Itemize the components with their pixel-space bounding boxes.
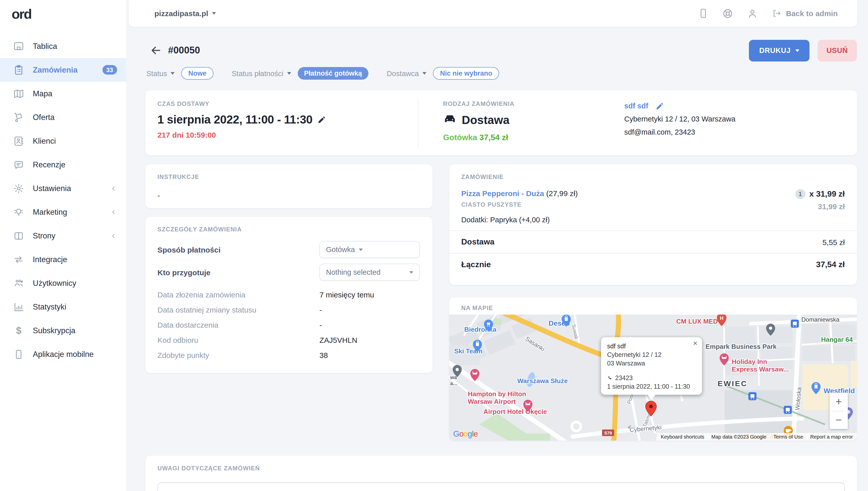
map-attribution: Keyboard shortcuts Map data ©2023 Google… <box>657 433 857 441</box>
sidebar-item-tablica[interactable]: Tablica <box>0 34 126 58</box>
sidebar-item-subskrypcja[interactable]: $ Subskrypcja <box>0 319 126 342</box>
status-dropdown[interactable]: Status <box>146 69 174 77</box>
map-label: Express Warsaw... <box>732 366 789 373</box>
detail-row-value: - <box>320 306 322 314</box>
app-logo: ord <box>11 6 31 22</box>
zoom-out-button[interactable]: − <box>830 411 848 429</box>
topbar: pizzadipasta.pl Back to admin <box>129 0 857 27</box>
payment-method-select[interactable]: Gotówka <box>320 241 420 258</box>
sidebar-item-zamowienia[interactable]: Zamówienia 33 <box>0 58 126 82</box>
infowindow-address2: 03 Warszawa <box>607 359 696 368</box>
delete-button[interactable]: USUŃ <box>817 39 857 61</box>
delivery-datetime: 1 sierpnia 2022, 11:00 - 11:30 <box>158 113 313 126</box>
sidebar-item-strony[interactable]: Strony <box>0 224 126 248</box>
print-button[interactable]: DRUKUJ <box>749 39 809 61</box>
sidebar-item-ustawienia[interactable]: Ustawienia <box>0 176 126 200</box>
notes-input[interactable] <box>158 483 845 491</box>
chevron-down-icon <box>409 271 413 273</box>
item-name-link[interactable]: Pizza Pepperoni - Duża <box>461 189 544 198</box>
sidebar-item-label: Integracje <box>33 255 67 264</box>
edit-datetime-icon[interactable] <box>318 115 326 124</box>
sidebar-item-mapa[interactable]: Mapa <box>0 82 126 105</box>
swap-arrows-icon <box>13 254 24 265</box>
item-variant: CIASTO PUSZYSTE <box>461 201 578 208</box>
back-arrow-button[interactable] <box>150 45 162 56</box>
sidebar-item-statystyki[interactable]: Statystyki <box>0 295 126 319</box>
item-qty-badge: 1 <box>795 189 805 199</box>
google-logo: Google <box>453 430 478 439</box>
keyboard-shortcuts-link[interactable]: Keyboard shortcuts <box>661 434 704 440</box>
google-map[interactable]: S79 Biedronka Ski Team Deseo CM LUX MED … <box>449 315 857 441</box>
back-to-admin-button[interactable]: Back to admin <box>772 8 838 18</box>
item-qty-price: x 31,99 zł <box>809 190 845 199</box>
divider <box>449 230 857 231</box>
sidebar-item-uzytkownicy[interactable]: Użytkownicy <box>0 271 126 295</box>
sidebar-item-oferta[interactable]: Oferta <box>0 105 126 129</box>
courier-value-pill[interactable]: Nic nie wybrano <box>433 67 499 80</box>
section-label: ZAMÓWIENIE <box>461 173 845 180</box>
map-zoom-control: + − <box>830 393 848 429</box>
terms-link[interactable]: Terms of Use <box>774 434 803 440</box>
orders-count-badge: 33 <box>102 65 117 75</box>
delivery-fee-label: Dostawa <box>461 237 494 247</box>
gear-icon <box>13 183 24 194</box>
section-label: RODZAJ ZAMÓWIENIA <box>443 100 515 107</box>
map-label: Hangar 64 <box>821 336 853 343</box>
payment-status-value-pill[interactable]: Płatność gotówką <box>298 67 369 80</box>
close-icon[interactable]: × <box>693 340 698 347</box>
sidebar-item-label: Subskrypcja <box>33 326 76 335</box>
map-card: NA MAPIE <box>449 297 857 441</box>
zoom-in-button[interactable]: + <box>830 393 848 411</box>
report-error-link[interactable]: Report a map error <box>810 434 853 440</box>
customer-address: Cybernetyki 12 / 12, 03 Warszawa <box>624 112 735 125</box>
courier-dropdown[interactable]: Dostawca <box>387 69 427 77</box>
status-value-pill[interactable]: Nowe <box>181 67 214 80</box>
site-switcher[interactable]: pizzadipasta.pl <box>155 9 216 18</box>
detail-row-value: ZAJ5VHLN <box>320 336 357 344</box>
sidebar-item-label: Użytkownicy <box>33 279 76 288</box>
edit-customer-icon[interactable] <box>655 102 664 110</box>
chevron-down-icon <box>287 72 291 75</box>
customer-block: sdf sdf Cybernetyki 12 / 12, 03 Warszawa… <box>624 99 735 139</box>
sidebar-item-klienci[interactable]: Klienci <box>0 129 126 153</box>
handtruck-icon <box>13 112 24 123</box>
help-lifering-icon[interactable] <box>723 8 733 19</box>
sidebar-item-recenzje[interactable]: Recenzje <box>0 153 126 176</box>
map-label: Sasanki <box>524 335 546 353</box>
map-icon <box>13 88 24 99</box>
detail-row-label: Data złożenia zamówienia <box>158 290 320 299</box>
payment-method-label: Sposób płatności <box>158 245 320 254</box>
detail-row-label: Kod odbioru <box>158 336 320 344</box>
chevron-down-icon <box>795 49 799 52</box>
svg-text:S79: S79 <box>604 431 612 436</box>
chevron-left-icon <box>110 185 117 192</box>
customer-name-link[interactable]: sdf sdf <box>624 99 648 112</box>
sidebar-item-label: Klienci <box>33 136 56 145</box>
payment-status-dropdown[interactable]: Status płatności <box>232 69 291 77</box>
site-name: pizzadipasta.pl <box>155 9 208 18</box>
sidebar-item-label: Zamówienia <box>33 65 78 74</box>
sidebar-item-integracje[interactable]: Integracje <box>0 248 126 271</box>
section-label: SZCZEGÓŁY ZAMÓWIENIA <box>158 226 421 233</box>
map-info-window: × sdf sdf Cybernetyki 12 / 12 03 Warszaw… <box>601 337 702 395</box>
mobile-app-icon[interactable] <box>698 8 709 19</box>
sidebar-item-marketing[interactable]: Marketing <box>0 200 126 224</box>
section-label: INSTRUKCJE <box>158 173 421 180</box>
order-details-card: SZCZEGÓŁY ZAMÓWIENIA Sposób płatności Go… <box>145 217 433 373</box>
app-root: ord Tablica Zamówienia 33 Mapa Oferta <box>0 0 868 491</box>
sidebar-item-label: Strony <box>33 231 55 240</box>
sidebar-item-aplikacje[interactable]: Aplikacje mobilne <box>0 342 126 366</box>
phone-icon <box>607 376 613 381</box>
transit-icon <box>784 406 792 414</box>
preparer-select[interactable]: Nothing selected <box>320 264 420 281</box>
user-icon[interactable] <box>747 8 758 19</box>
order-items-card: ZAMÓWIENIE Pizza Pepperoni - Duża (27,99… <box>449 164 857 285</box>
payment-amount: 37,54 zł <box>480 133 508 142</box>
sidebar-item-label: Tablica <box>33 41 57 51</box>
contacts-icon <box>13 135 24 146</box>
road-shield: S79 <box>602 430 614 436</box>
chevron-down-icon <box>212 12 216 15</box>
customer-contact: sdf@mail.com, 23423 <box>624 125 735 139</box>
map-label: Airport Hotel Okęcie <box>484 408 547 415</box>
section-label: UWAGI DOTYCZĄCE ZAMÓWIEŃ <box>158 465 845 472</box>
